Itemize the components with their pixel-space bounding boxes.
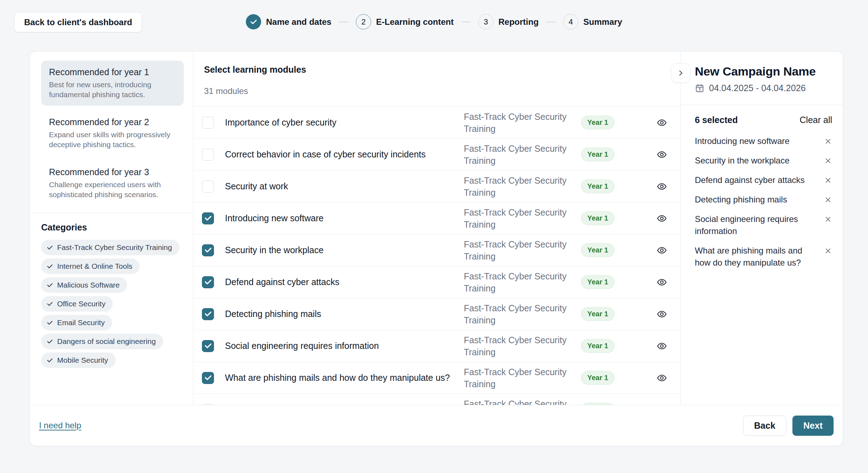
check-icon [46, 263, 53, 270]
step-separator [461, 22, 471, 22]
module-badge-column: Year 1 [581, 243, 652, 257]
module-row: Introducing new softwareFast-Track Cyber… [193, 202, 680, 234]
preview-eye-icon[interactable] [652, 373, 672, 383]
selected-module-title: Defend against cyber attacks [695, 174, 820, 186]
module-row: Correct behavior in case of cyber securi… [193, 139, 680, 171]
category-chip-internet-online-tools[interactable]: Internet & Online Tools [41, 258, 140, 274]
preview-eye-icon[interactable] [652, 117, 672, 128]
step-label: E-Learning content [376, 17, 454, 27]
campaign-summary-panel: New Campaign Name 04.04.2025 - 04.04.202… [681, 52, 843, 405]
recommendations-sidebar: Recommended for year 1Best for new users… [30, 52, 193, 405]
module-badge-column: Year 1 [581, 179, 652, 193]
category-chip-malicious-software[interactable]: Malicious Software [41, 277, 127, 293]
module-checkbox[interactable] [202, 212, 214, 224]
check-icon [46, 282, 53, 289]
next-button[interactable]: Next [792, 416, 834, 436]
selected-module-title: Social engineering requires information [695, 213, 820, 237]
module-checkbox[interactable] [202, 276, 214, 288]
module-course-name: Fast-Track Cyber Security Training [464, 398, 581, 405]
category-chip-label: Mobile Security [57, 356, 108, 365]
remove-module-icon[interactable] [824, 247, 832, 256]
module-checkbox[interactable] [202, 340, 214, 352]
footer-actions: Back Next [743, 416, 834, 436]
module-checkbox[interactable] [202, 180, 214, 193]
clear-all-button[interactable]: Clear all [800, 115, 832, 125]
module-row: Detecting phishing mailsFast-Track Cyber… [193, 298, 680, 330]
module-checkbox[interactable] [202, 117, 214, 129]
category-chip-fast-track-cyber-security-training[interactable]: Fast-Track Cyber Security Training [41, 240, 180, 255]
step-reporting[interactable]: 3Reporting [478, 14, 539, 29]
remove-module-icon[interactable] [824, 176, 832, 186]
preview-eye-icon[interactable] [652, 309, 672, 319]
remove-module-icon[interactable] [824, 196, 832, 205]
step-label: Summary [583, 17, 622, 27]
category-chip-mobile-security[interactable]: Mobile Security [41, 352, 116, 368]
back-to-dashboard-button[interactable]: Back to client's dashboard [14, 12, 142, 32]
step-number: 4 [563, 14, 578, 29]
year-badge: Year 1 [581, 211, 615, 225]
module-course-name: Fast-Track Cyber Security Training [464, 143, 581, 167]
step-summary[interactable]: 4Summary [563, 14, 622, 29]
selected-module-item: Social engineering requires information [695, 213, 832, 237]
recommendation-recommended-for-year-1[interactable]: Recommended for year 1Best for new users… [41, 61, 184, 106]
recommendation-description: Best for new users, introducing fundamen… [49, 80, 177, 100]
category-chip-dangers-of-social-engineering[interactable]: Dangers of social engineering [41, 334, 163, 349]
module-badge-column: Year 1 [581, 275, 652, 289]
selected-module-item: Introducing new software [695, 135, 832, 147]
remove-module-icon[interactable] [824, 137, 832, 147]
module-checkbox[interactable] [202, 372, 214, 384]
module-badge-column: Year 1 [581, 339, 652, 353]
remove-module-icon[interactable] [824, 157, 832, 166]
preview-eye-icon[interactable] [652, 213, 672, 224]
module-badge-column: Year 1 [581, 116, 652, 129]
categories-title: Categories [41, 222, 184, 233]
module-list-header: Select learning modules 31 modules [193, 52, 680, 107]
selected-module-title: Security in the workplace [695, 155, 820, 167]
module-checkbox[interactable] [202, 308, 214, 320]
category-chip-label: Internet & Online Tools [57, 262, 132, 271]
recommendation-recommended-for-year-2[interactable]: Recommended for year 2Expand user skills… [41, 111, 184, 156]
back-button[interactable]: Back [743, 416, 786, 436]
selected-module-list: Introducing new softwareSecurity in the … [695, 135, 832, 269]
preview-eye-icon[interactable] [652, 277, 672, 288]
remove-module-icon[interactable] [824, 215, 832, 225]
date-range-text: 04.04.2025 - 04.04.2026 [709, 83, 806, 93]
module-row: Defend against cyber attacksFast-Track C… [193, 266, 680, 298]
step-number: 3 [478, 14, 494, 29]
module-checkbox[interactable] [202, 244, 214, 256]
preview-eye-icon[interactable] [652, 149, 672, 160]
module-list-panel: Select learning modules 31 modules Impor… [193, 52, 681, 405]
module-course-name: Fast-Track Cyber Security Training [464, 238, 581, 262]
module-title: Introducing new software [225, 213, 464, 223]
help-link[interactable]: I need help [39, 421, 81, 430]
module-checkbox[interactable] [202, 149, 214, 161]
module-title: What are phishing mails and how do they … [225, 373, 464, 383]
module-rows: Importance of cyber securityFast-Track C… [193, 107, 680, 405]
preview-eye-icon[interactable] [652, 181, 672, 192]
selected-modules-section: 6 selected Clear all Introducing new sof… [681, 105, 843, 276]
year-badge: Year 1 [581, 243, 615, 257]
recommendation-description: Challenge experienced users with sophist… [49, 180, 177, 200]
module-title: Defend against cyber attacks [225, 277, 464, 287]
module-title: Social engineering requires information [225, 341, 464, 351]
step-number: 2 [356, 14, 371, 29]
selected-module-title: What are phishing mails and how do they … [695, 245, 820, 269]
sidebar-divider [30, 213, 193, 213]
step-name-and-dates[interactable]: Name and dates [246, 14, 331, 29]
category-chip-email-security[interactable]: Email Security [41, 315, 112, 330]
selected-module-title: Detecting phishing mails [695, 194, 820, 206]
module-title: Correct behavior in case of cyber securi… [225, 149, 464, 160]
category-chip-label: Email Security [57, 318, 105, 327]
collapse-panel-button[interactable] [671, 63, 691, 83]
selected-header: 6 selected Clear all [695, 115, 832, 125]
step-separator [546, 22, 556, 22]
selected-module-item: Detecting phishing mails [695, 194, 832, 206]
step-e-learning-content[interactable]: 2E-Learning content [356, 14, 454, 29]
preview-eye-icon[interactable] [652, 245, 672, 256]
selected-module-title: Introducing new software [695, 135, 820, 147]
module-course-name: Fast-Track Cyber Security Training [464, 111, 581, 135]
recommendation-recommended-for-year-3[interactable]: Recommended for year 3Challenge experien… [41, 161, 184, 206]
preview-eye-icon[interactable] [652, 341, 672, 351]
category-chip-office-security[interactable]: Office Security [41, 296, 113, 312]
year-badge: Year 1 [581, 148, 615, 161]
